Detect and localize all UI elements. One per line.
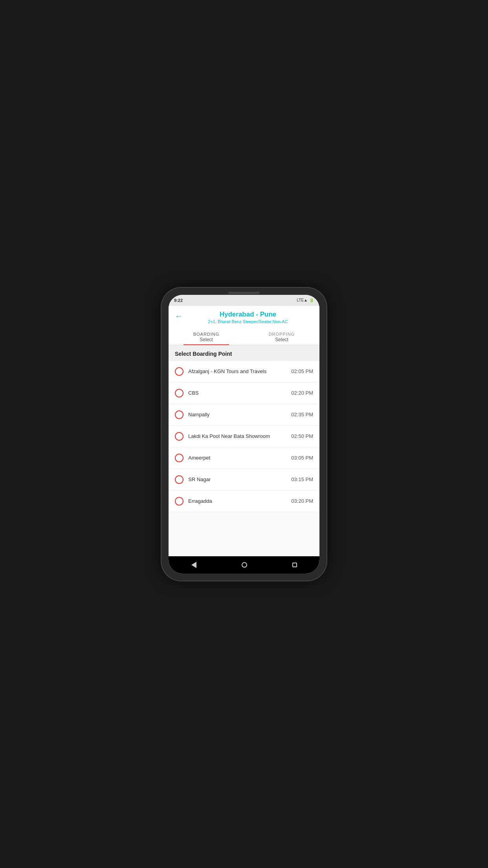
tab-dropping-value: Select xyxy=(244,337,319,342)
home-circle-icon xyxy=(242,562,247,568)
status-time: 9:22 xyxy=(174,298,183,303)
radio-button[interactable] xyxy=(175,454,183,462)
tab-boarding[interactable]: BOARDING Select xyxy=(169,329,244,345)
bus-info: 2+1, Bharat Benz Sleeper/Seater,Non-AC xyxy=(183,319,313,324)
signal-icon: LTE▲ xyxy=(297,298,308,302)
radio-button[interactable] xyxy=(175,410,183,419)
content-area: Select Boarding Point Afzalganj - KGN To… xyxy=(169,345,319,556)
phone-screen: 9:22 LTE▲ 🔋 ← Hyderabad - Pune 2+1, Bhar… xyxy=(169,295,319,574)
boarding-list: Afzalganj - KGN Tours and Travels02:05 P… xyxy=(169,361,319,512)
bottom-nav xyxy=(169,556,319,574)
stop-name: Lakdi Ka Pool Near Bata Showroom xyxy=(188,433,291,439)
stop-time: 03:15 PM xyxy=(291,476,313,482)
boarding-item[interactable]: Nampally02:35 PM xyxy=(169,404,319,426)
stop-name: Ameerpet xyxy=(188,455,291,461)
back-triangle-icon xyxy=(191,562,196,568)
boarding-item[interactable]: Ameerpet03:05 PM xyxy=(169,447,319,469)
boarding-item[interactable]: Lakdi Ka Pool Near Bata Showroom02:50 PM xyxy=(169,426,319,447)
stop-time: 02:05 PM xyxy=(291,368,313,374)
tabs: BOARDING Select DROPPING Select xyxy=(169,329,319,345)
radio-button[interactable] xyxy=(175,475,183,484)
boarding-item[interactable]: CBS02:20 PM xyxy=(169,383,319,404)
section-title: Select Boarding Point xyxy=(175,351,313,357)
phone-shell: 9:22 LTE▲ 🔋 ← Hyderabad - Pune 2+1, Bhar… xyxy=(161,288,327,581)
stop-time: 03:20 PM xyxy=(291,498,313,504)
recents-nav-button[interactable] xyxy=(284,559,305,570)
route-title: Hyderabad - Pune xyxy=(183,311,313,318)
stop-name: Nampally xyxy=(188,412,291,417)
app-header: ← Hyderabad - Pune 2+1, Bharat Benz Slee… xyxy=(169,306,319,329)
stop-time: 02:35 PM xyxy=(291,412,313,417)
back-nav-button[interactable] xyxy=(183,559,204,571)
stop-name: SR Nagar xyxy=(188,476,291,482)
boarding-item[interactable]: Afzalganj - KGN Tours and Travels02:05 P… xyxy=(169,361,319,383)
stop-name: Afzalganj - KGN Tours and Travels xyxy=(188,368,291,374)
back-button[interactable]: ← xyxy=(175,311,183,320)
boarding-item[interactable]: SR Nagar03:15 PM xyxy=(169,469,319,491)
stop-time: 02:20 PM xyxy=(291,390,313,396)
stop-name: Erragadda xyxy=(188,498,291,504)
stop-time: 03:05 PM xyxy=(291,455,313,461)
section-header: Select Boarding Point xyxy=(169,345,319,361)
tab-boarding-value: Select xyxy=(169,337,244,342)
tab-boarding-label: BOARDING xyxy=(169,332,244,337)
stop-time: 02:50 PM xyxy=(291,433,313,439)
tab-dropping[interactable]: DROPPING Select xyxy=(244,329,319,345)
home-nav-button[interactable] xyxy=(234,559,255,571)
radio-button[interactable] xyxy=(175,367,183,376)
tab-dropping-label: DROPPING xyxy=(244,332,319,337)
battery-icon: 🔋 xyxy=(309,298,314,302)
header-title-block: Hyderabad - Pune 2+1, Bharat Benz Sleepe… xyxy=(183,311,313,329)
boarding-item[interactable]: Erragadda03:20 PM xyxy=(169,491,319,512)
stop-name: CBS xyxy=(188,390,291,396)
status-icons: LTE▲ 🔋 xyxy=(297,298,314,302)
radio-button[interactable] xyxy=(175,389,183,397)
radio-button[interactable] xyxy=(175,432,183,441)
recents-square-icon xyxy=(292,563,297,567)
radio-button[interactable] xyxy=(175,497,183,506)
status-bar: 9:22 LTE▲ 🔋 xyxy=(169,295,319,306)
